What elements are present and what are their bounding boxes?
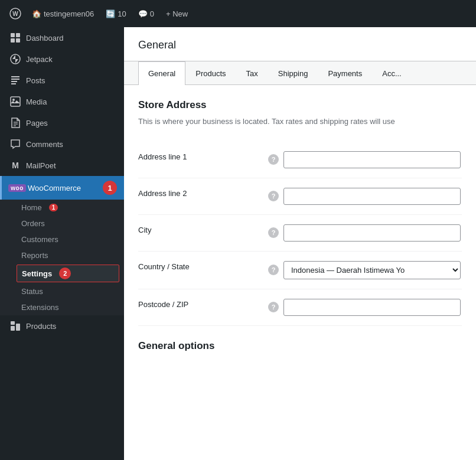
tab-products[interactable]: Products xyxy=(185,61,236,85)
woocommerce-icon: woo xyxy=(11,182,23,194)
settings-step-badge: 2 xyxy=(59,267,71,279)
store-address-desc: This is where your business is located. … xyxy=(138,116,462,128)
woocommerce-step-badge: 1 xyxy=(103,181,117,195)
svg-rect-4 xyxy=(11,38,15,43)
admin-bar: W 🏠 testingemen06 🔄 10 💬 0 + New xyxy=(0,0,476,27)
sidebar-item-jetpack[interactable]: Jetpack xyxy=(0,48,124,70)
help-icon-city[interactable]: ? xyxy=(268,227,279,238)
sidebar-label-posts: Posts xyxy=(26,76,45,85)
admin-bar-comments[interactable]: 💬 0 xyxy=(132,0,160,27)
label-address2: Address line 2 xyxy=(138,178,268,214)
svg-rect-5 xyxy=(16,38,20,43)
tab-tax[interactable]: Tax xyxy=(236,61,268,85)
input-postcode[interactable] xyxy=(283,299,461,316)
products-icon xyxy=(9,320,21,332)
table-row-country: Country / State ? Indonesia — Daerah Ist… xyxy=(138,251,462,289)
tab-accounts[interactable]: Acc... xyxy=(372,61,412,85)
updates-icon: 🔄 xyxy=(106,9,115,18)
label-postcode: Postcode / ZIP xyxy=(138,289,268,325)
field-row-postcode: ? xyxy=(268,299,462,316)
sidebar-label-media: Media xyxy=(26,97,47,106)
submenu-status-label: Status xyxy=(21,287,43,296)
admin-bar-new[interactable]: + New xyxy=(160,0,194,27)
admin-bar-updates[interactable]: 🔄 10 xyxy=(100,0,132,27)
admin-bar-site[interactable]: 🏠 testingemen06 xyxy=(26,0,100,27)
submenu-reports-label: Reports xyxy=(21,251,48,260)
sidebar-item-pages[interactable]: Pages xyxy=(0,112,124,133)
sidebar-item-products[interactable]: Products xyxy=(0,315,124,337)
table-row-postcode: Postcode / ZIP ? xyxy=(138,289,462,325)
input-address2[interactable] xyxy=(283,188,461,205)
help-icon-address2[interactable]: ? xyxy=(268,191,279,201)
store-address-title: Store Address xyxy=(138,99,462,111)
sidebar-item-dashboard[interactable]: Dashboard xyxy=(0,27,124,48)
submenu-settings[interactable]: Settings 2 xyxy=(17,265,119,282)
submenu-extensions[interactable]: Extensions xyxy=(0,299,124,315)
submenu-extensions-label: Extensions xyxy=(21,303,59,312)
home-icon: 🏠 xyxy=(32,9,41,18)
sidebar-label-mailpoet: MailPoet xyxy=(26,161,56,170)
submenu-status[interactable]: Status xyxy=(0,283,124,299)
help-icon-postcode[interactable]: ? xyxy=(268,302,279,312)
posts-icon xyxy=(9,74,21,86)
tab-shipping[interactable]: Shipping xyxy=(268,61,318,85)
sidebar-item-media[interactable]: Media xyxy=(0,91,124,112)
svg-rect-14 xyxy=(11,326,15,331)
submenu-customers-label: Customers xyxy=(21,235,58,244)
submenu-home[interactable]: Home 1 xyxy=(0,200,124,216)
submenu-reports[interactable]: Reports xyxy=(0,247,124,263)
form-content: Store Address This is where your busines… xyxy=(124,85,476,371)
svg-rect-9 xyxy=(11,97,20,106)
svg-rect-3 xyxy=(16,33,20,37)
label-address1: Address line 1 xyxy=(138,142,268,178)
svg-rect-16 xyxy=(11,321,15,325)
label-city: City xyxy=(138,214,268,251)
media-icon xyxy=(9,96,21,107)
table-row-address2: Address line 2 ? xyxy=(138,178,462,214)
pages-icon xyxy=(9,117,21,129)
table-row-city: City ? xyxy=(138,214,462,251)
sidebar-label-products: Products xyxy=(26,322,56,331)
sidebar: Dashboard Jetpack Posts Media Pages xyxy=(0,27,124,460)
label-country: Country / State xyxy=(138,251,268,289)
woocommerce-submenu: Home 1 Orders Customers Reports Settings… xyxy=(0,200,124,315)
submenu-home-label: Home xyxy=(21,203,42,212)
mailpoet-icon: M xyxy=(9,159,21,171)
sidebar-label-jetpack: Jetpack xyxy=(26,55,53,64)
sidebar-label-dashboard: Dashboard xyxy=(26,34,64,43)
tab-payments[interactable]: Payments xyxy=(318,61,372,85)
sidebar-label-comments: Comments xyxy=(26,140,63,149)
wp-logo[interactable]: W xyxy=(5,0,26,27)
tabs-container: General Products Tax Shipping Payments A… xyxy=(124,61,476,85)
field-row-country: ? Indonesia — Daerah Istimewa Yo xyxy=(268,261,462,279)
submenu-orders[interactable]: Orders xyxy=(0,216,124,231)
jetpack-icon xyxy=(9,53,21,65)
input-address1[interactable] xyxy=(283,151,461,168)
svg-rect-2 xyxy=(11,33,15,37)
general-options-title: General options xyxy=(138,340,462,352)
home-badge: 1 xyxy=(49,204,58,211)
field-row-address2: ? xyxy=(268,188,462,205)
help-icon-address1[interactable]: ? xyxy=(268,154,279,165)
sidebar-item-mailpoet[interactable]: M MailPoet xyxy=(0,155,124,176)
select-country[interactable]: Indonesia — Daerah Istimewa Yo xyxy=(283,261,461,279)
svg-text:W: W xyxy=(12,11,18,17)
svg-point-10 xyxy=(12,99,15,101)
main-layout: Dashboard Jetpack Posts Media Pages xyxy=(0,27,476,460)
sidebar-item-comments[interactable]: Comments xyxy=(0,133,124,155)
submenu-settings-label: Settings xyxy=(22,269,52,278)
submenu-customers[interactable]: Customers xyxy=(0,231,124,247)
input-city[interactable] xyxy=(283,224,461,242)
sidebar-item-posts[interactable]: Posts xyxy=(0,70,124,91)
svg-rect-15 xyxy=(16,324,20,331)
help-icon-country[interactable]: ? xyxy=(268,265,279,275)
address-form-table: Address line 1 ? Address line 2 xyxy=(138,142,462,326)
tab-general[interactable]: General xyxy=(138,61,185,85)
submenu-orders-label: Orders xyxy=(21,219,45,228)
content-area: General General Products Tax Shipping Pa… xyxy=(124,27,476,460)
page-title: General xyxy=(124,27,476,61)
sidebar-item-woocommerce[interactable]: woo WooCommerce 1 xyxy=(0,176,124,200)
field-row-city: ? xyxy=(268,224,462,242)
dashboard-icon xyxy=(9,32,21,44)
field-row-address1: ? xyxy=(268,151,462,168)
